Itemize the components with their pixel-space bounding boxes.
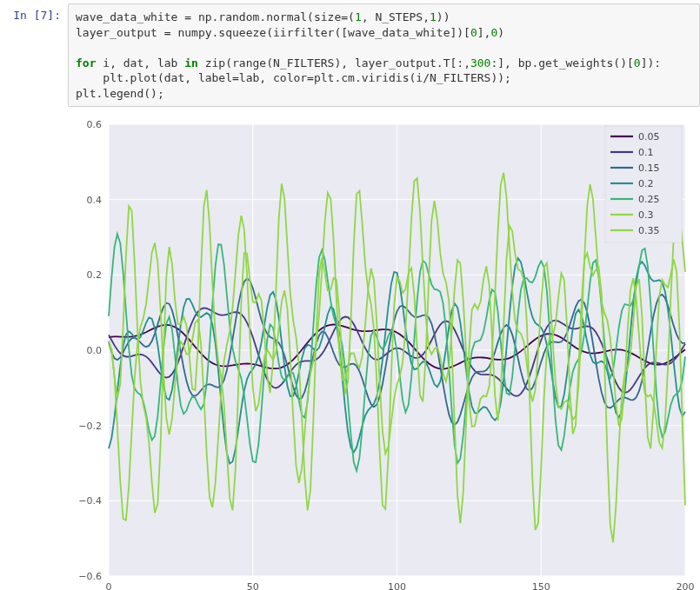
- legend-label: 0.15: [638, 162, 660, 174]
- output-area: 050100150200−0.6−0.4−0.20.00.20.40.60.05…: [0, 110, 700, 590]
- y-tick-label: −0.4: [78, 496, 102, 507]
- legend-label: 0.1: [638, 147, 654, 158]
- code-line: for i, dat, lab in zip(range(N_FILTERS),…: [76, 56, 661, 70]
- code-line: layer_output = numpy.squeeze(iirfilter([…: [76, 26, 504, 39]
- y-tick-label: −0.6: [78, 571, 102, 582]
- legend-label: 0.05: [638, 131, 660, 143]
- x-tick-label: 100: [388, 581, 406, 590]
- legend-label: 0.35: [638, 225, 660, 236]
- y-tick-label: 0.2: [87, 270, 103, 282]
- matplotlib-figure: 050100150200−0.6−0.4−0.20.00.20.40.60.05…: [61, 116, 696, 590]
- x-tick-label: 50: [247, 581, 259, 590]
- y-tick-label: 0.0: [87, 345, 103, 356]
- code-line: plt.plot(dat, label=lab, color=plt.cm.vi…: [76, 71, 511, 84]
- x-tick-label: 0: [106, 581, 112, 590]
- legend-label: 0.2: [638, 178, 654, 189]
- code-input[interactable]: wave_data_white = np.random.normal(size=…: [68, 3, 700, 107]
- notebook-cell: In [7]: wave_data_white = np.random.norm…: [0, 0, 700, 110]
- code-line: wave_data_white = np.random.normal(size=…: [76, 10, 450, 23]
- y-tick-label: −0.2: [78, 421, 102, 432]
- output-prompt-spacer: [0, 110, 61, 590]
- x-tick-label: 200: [677, 581, 695, 590]
- x-tick-label: 150: [532, 581, 550, 590]
- y-tick-label: 0.4: [87, 195, 103, 206]
- plot-output: 050100150200−0.6−0.4−0.20.00.20.40.60.05…: [61, 110, 700, 590]
- code-line: plt.legend();: [76, 87, 164, 100]
- y-tick-label: 0.6: [87, 119, 103, 130]
- legend-label: 0.3: [638, 209, 654, 221]
- input-prompt: In [7]:: [0, 3, 68, 107]
- legend-label: 0.25: [638, 194, 660, 205]
